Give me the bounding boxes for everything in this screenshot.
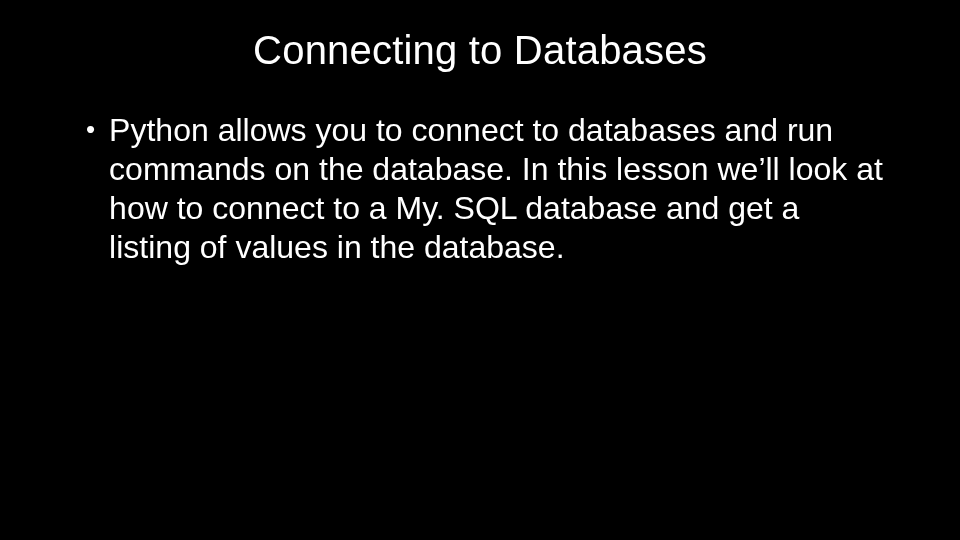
slide: Connecting to Databases • Python allows … (0, 0, 960, 540)
slide-title: Connecting to Databases (72, 28, 888, 73)
slide-body: • Python allows you to connect to databa… (72, 111, 888, 267)
bullet-icon: • (86, 111, 95, 147)
bullet-item: • Python allows you to connect to databa… (82, 111, 888, 267)
bullet-text: Python allows you to connect to database… (109, 111, 888, 267)
